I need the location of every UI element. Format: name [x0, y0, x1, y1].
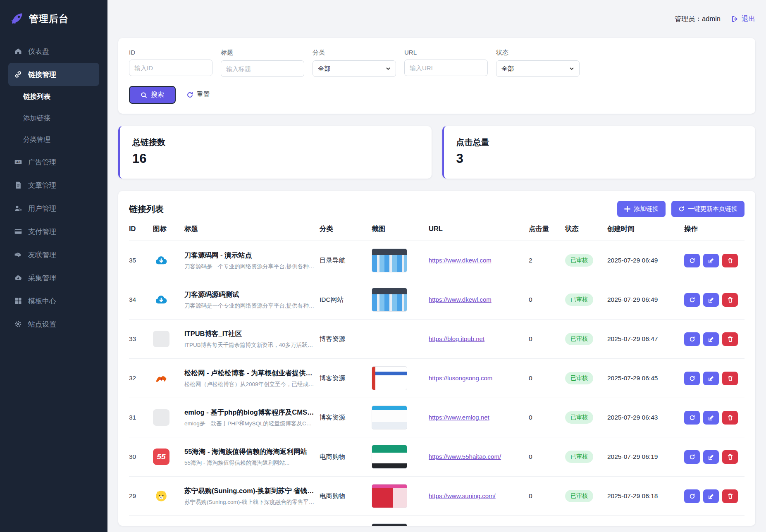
- status-badge: 已审核: [565, 411, 593, 424]
- bulk-update-button[interactable]: 一键更新本页链接: [671, 201, 745, 217]
- edit-icon: [708, 375, 714, 382]
- filter-category-select[interactable]: 全部: [313, 60, 396, 77]
- trash-icon: [727, 493, 733, 499]
- table-row: 34 刀客源码源码测试 刀客源码是一个专业的网络资源分享平台,提供各种PHP源码…: [129, 280, 745, 320]
- total-clicks-value: 3: [456, 151, 743, 166]
- sidebar-subitem-category[interactable]: 分类管理: [0, 129, 107, 150]
- sidebar-item-settings[interactable]: 站点设置: [0, 313, 107, 336]
- row-delete-button[interactable]: [722, 411, 738, 425]
- row-edit-button[interactable]: [703, 293, 719, 307]
- table-row: 31 emlog - 基于php的blog博客程序及CMS建站系统 emlog是…: [129, 398, 745, 437]
- row-edit-button[interactable]: [703, 411, 719, 425]
- link-icon: [14, 70, 22, 79]
- row-edit-button[interactable]: [703, 372, 719, 385]
- status-badge: 已审核: [565, 293, 593, 306]
- table-row: 32 松松网 - 卢松松博客 - 为草根创业者提供网络推广知识 松松网（卢松松博…: [129, 359, 745, 398]
- site-thumbnail: [372, 288, 407, 312]
- table-row: 29 苏宁易购(Suning.com)-换新到苏宁 省钱更省心！ 苏宁易购(Su…: [129, 477, 745, 516]
- sidebar-subitem-link-list[interactable]: 链接列表: [0, 86, 107, 107]
- sync-icon: [689, 336, 695, 342]
- row-delete-button[interactable]: [722, 450, 738, 464]
- row-refresh-button[interactable]: [684, 372, 700, 385]
- status-badge: 已审核: [565, 372, 593, 384]
- row-refresh-button[interactable]: [684, 450, 700, 464]
- filter-status-select[interactable]: 全部: [496, 60, 580, 77]
- trash-icon: [727, 297, 733, 303]
- trash-icon: [727, 375, 733, 382]
- sidebar-item-articles[interactable]: 文章管理: [0, 174, 107, 197]
- sidebar-item-dashboard[interactable]: 仪表盘: [0, 40, 107, 63]
- site-url-link[interactable]: https://www.dkewl.com: [429, 257, 492, 264]
- filter-id-label: ID: [129, 49, 212, 56]
- stats-row: 总链接数 16 点击总量 3: [118, 126, 755, 179]
- search-button[interactable]: 搜索: [129, 86, 176, 104]
- filter-url-label: URL: [404, 49, 488, 56]
- sidebar-item-templates[interactable]: 模板中心: [0, 289, 107, 313]
- ad-icon: Ad: [14, 158, 22, 166]
- trash-icon: [727, 258, 733, 264]
- reset-button[interactable]: 重置: [186, 91, 210, 99]
- chevron-down-icon: [569, 66, 574, 71]
- fox-logo-favicon: [153, 370, 169, 386]
- row-delete-button[interactable]: [722, 372, 738, 385]
- filter-title-input[interactable]: [221, 60, 304, 77]
- sidebar-item-links[interactable]: 链接管理: [8, 63, 99, 86]
- status-badge: 已审核: [565, 490, 593, 502]
- sidebar-item-collection[interactable]: 采集管理: [0, 266, 107, 289]
- edit-icon: [708, 336, 714, 342]
- row-refresh-button[interactable]: [684, 293, 700, 307]
- refresh-icon: [186, 91, 193, 98]
- table-row: 33 ITPUB博客_IT社区 ITPUB博客每天千篇余篇博文新资讯，40多万活…: [129, 320, 745, 359]
- logout-button[interactable]: 退出: [731, 14, 755, 24]
- sync-icon: [689, 375, 695, 382]
- sidebar-item-users[interactable]: 用户管理: [0, 197, 107, 220]
- row-edit-button[interactable]: [703, 254, 719, 267]
- sidebar-item-ads[interactable]: Ad 广告管理: [0, 150, 107, 174]
- sidebar-subitem-add-link[interactable]: 添加链接: [0, 107, 107, 129]
- cloud-download-favicon: [153, 291, 169, 308]
- row-refresh-button[interactable]: [684, 254, 700, 267]
- sidebar-item-payments[interactable]: 支付管理: [0, 220, 107, 243]
- grid-icon: [14, 297, 22, 305]
- add-link-button[interactable]: 添加链接: [617, 201, 666, 217]
- svg-text:Ad: Ad: [16, 160, 20, 164]
- row-delete-button[interactable]: [722, 293, 738, 307]
- site-thumbnail: [372, 366, 407, 390]
- trash-icon: [727, 336, 733, 342]
- link-list-panel: 链接列表 添加链接 一键更新本页链接 ID 图标 标题 分类 截图: [118, 191, 755, 526]
- main-content: 管理员：admin 退出 ID 标题 分类 全部: [107, 0, 766, 532]
- sidebar-menu: 仪表盘 链接管理 链接列表 添加链接 分类管理 Ad 广告管理 文章管理: [0, 36, 107, 336]
- placeholder-favicon: [153, 331, 169, 347]
- site-url-link[interactable]: https://blog.itpub.net: [429, 335, 484, 342]
- row-refresh-button[interactable]: [684, 332, 700, 346]
- row-edit-button[interactable]: [703, 489, 719, 503]
- site-url-link[interactable]: https://www.emlog.net: [429, 414, 489, 421]
- row-refresh-button[interactable]: [684, 489, 700, 503]
- row-edit-button[interactable]: [703, 450, 719, 464]
- row-refresh-button[interactable]: [684, 411, 700, 425]
- site-url-link[interactable]: https://www.dkewl.com: [429, 296, 492, 303]
- filter-id-input[interactable]: [129, 60, 212, 76]
- row-edit-button[interactable]: [703, 332, 719, 346]
- home-icon: [14, 47, 22, 55]
- sidebar-item-friend-links[interactable]: 友联管理: [0, 243, 107, 266]
- chevron-down-icon: [386, 66, 391, 71]
- row-delete-button[interactable]: [722, 489, 738, 503]
- site-url-link[interactable]: https://lusongsong.com: [429, 375, 492, 382]
- filter-panel: ID 标题 分类 全部 URL: [118, 38, 755, 114]
- site-thumbnail: [372, 406, 407, 429]
- search-icon: [141, 92, 147, 98]
- sync-icon: [689, 415, 695, 421]
- filter-category-label: 分类: [313, 49, 396, 57]
- edit-icon: [708, 297, 714, 303]
- user-gear-icon: [14, 204, 22, 212]
- rocket-icon: [10, 12, 24, 26]
- site-url-link[interactable]: https://www.55haitao.com/: [429, 453, 501, 460]
- status-badge: 已审核: [565, 254, 593, 267]
- filter-url-input[interactable]: [404, 60, 488, 76]
- row-delete-button[interactable]: [722, 254, 738, 267]
- sync-icon: [689, 454, 695, 460]
- plus-icon: [624, 206, 630, 212]
- row-delete-button[interactable]: [722, 332, 738, 346]
- site-url-link[interactable]: https://www.suning.com/: [429, 492, 496, 499]
